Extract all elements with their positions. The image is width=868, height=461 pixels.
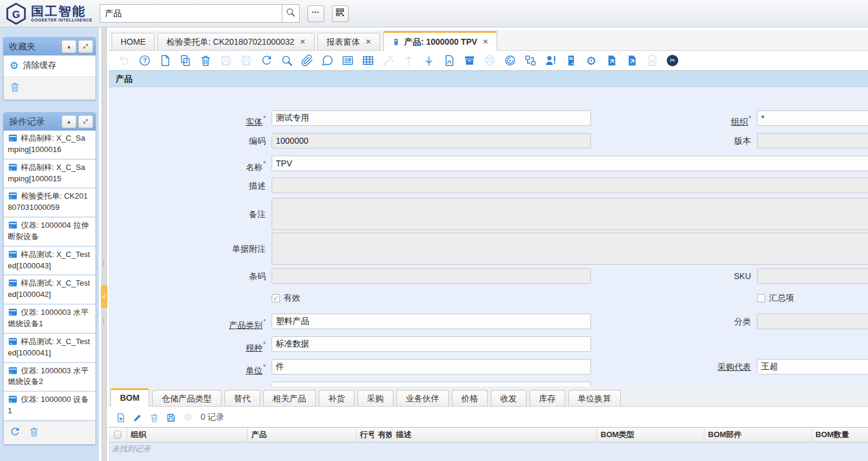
detail-tab-1[interactable]: 仓储产品类型 (152, 390, 221, 406)
toolbar-archive-button[interactable] (463, 54, 476, 67)
import-doc-icon (626, 54, 638, 67)
history-item[interactable]: 仪器: 1000003 水平燃烧设备2 (4, 363, 96, 392)
search-button[interactable] (282, 4, 300, 23)
toolbar-device-button[interactable] (565, 54, 577, 67)
column-header-3[interactable]: 有效 (374, 428, 392, 442)
history-item[interactable]: 样品测试: X_C_Tested[1000042] (4, 276, 96, 305)
history-item[interactable]: 仪器: 1000000 设备1 (4, 392, 96, 421)
toolbar-person-alert-button[interactable] (544, 54, 557, 67)
field-org-input[interactable] (757, 110, 868, 126)
toolbar-help-button[interactable]: ? (138, 54, 151, 67)
column-header-0[interactable]: 组织 (127, 428, 248, 442)
field-remark-input (272, 198, 868, 230)
field-doc-note-input (272, 233, 868, 265)
detail-tab-7[interactable]: 价格 (452, 390, 488, 406)
detail-edit-button[interactable] (133, 413, 143, 423)
valid-checkbox[interactable]: ✓ 有效 (272, 293, 300, 303)
toolbar-no-scissors-button[interactable]: ✂ (666, 54, 679, 67)
close-icon[interactable]: ✕ (482, 34, 488, 50)
main-tab-0[interactable]: HOME (112, 33, 155, 50)
more-button[interactable] (307, 5, 324, 22)
sidebar-splitter[interactable]: ••• ••• (99, 27, 109, 461)
history-item[interactable]: 样品测试: X_C_Tested[1000041] (4, 334, 96, 363)
field-purchase-rep-input[interactable] (757, 359, 868, 375)
toolbar-grid-button[interactable] (362, 54, 374, 67)
field-entity-input[interactable] (272, 110, 591, 126)
history-item[interactable]: 检验委托单: CK201807031000059 (4, 188, 96, 218)
field-tax-input[interactable] (272, 336, 591, 352)
history-item[interactable]: 样品制样: X_C_Samping[1000016 (4, 131, 96, 160)
column-header-6[interactable]: BOM部件 (704, 428, 812, 442)
main-tab-2[interactable]: 报表窗体✕ (318, 33, 380, 50)
toolbar-trash-button[interactable] (199, 54, 212, 67)
toolbar-pdf-button[interactable] (443, 54, 455, 67)
toolbar-search-button[interactable] (281, 54, 293, 67)
field-version-label: 版本 (634, 133, 751, 148)
toolbar-import-doc-button[interactable] (626, 54, 638, 67)
close-icon[interactable]: ✕ (300, 34, 306, 50)
detail-tab-2[interactable]: 替代 (224, 390, 260, 406)
summary-checkbox[interactable]: 汇总项 (757, 293, 794, 303)
toolbar-export-doc-button[interactable] (605, 54, 618, 67)
select-all-checkbox[interactable] (109, 428, 127, 442)
history-item[interactable]: 仪器: 1000004 拉伸断裂设备 (4, 218, 96, 247)
column-header-2[interactable]: 行号 (356, 428, 374, 442)
detail-tab-6[interactable]: 业务伙伴 (396, 390, 449, 406)
favorites-collapse-button[interactable]: ▲ (61, 40, 76, 53)
field-category-input[interactable] (272, 314, 591, 329)
favorites-item-clear-cache[interactable]: ⚙ 清除缓存 (4, 55, 96, 76)
history-item[interactable]: 仪器: 1000003 水平燃烧设备1 (4, 305, 96, 334)
toolbar-gear-button[interactable]: ⚙ (585, 54, 598, 67)
toolbar-comment-button[interactable] (321, 54, 334, 67)
toolbar-refresh-button[interactable] (260, 54, 273, 67)
toolbar-copy-button[interactable] (179, 54, 192, 67)
column-header-7[interactable]: BOM数量 (812, 428, 868, 442)
detail-tab-3[interactable]: 相关产品 (263, 390, 316, 406)
card-icon (8, 220, 18, 228)
clipped-field-input[interactable] (272, 382, 591, 386)
splitter-collapse-handle[interactable] (101, 285, 107, 308)
history-collapse-button[interactable]: ▲ (61, 115, 76, 128)
field-purchase-rep-label[interactable]: 采购代表 (634, 359, 751, 375)
history-item[interactable]: 样品测试: X_C_Tested[1000043] (4, 247, 96, 276)
toolbar-attachment-button[interactable] (301, 54, 313, 67)
global-search-input[interactable] (100, 4, 282, 23)
field-entity-label[interactable]: 实体* (109, 110, 266, 129)
column-header-5[interactable]: BOM类型 (597, 428, 704, 442)
detail-tab-5[interactable]: 采购 (358, 390, 393, 406)
splitter-bar[interactable] (101, 27, 107, 461)
column-header-1[interactable]: 产品 (248, 428, 356, 442)
favorites-expand-button[interactable] (78, 40, 93, 53)
close-icon[interactable]: ✕ (365, 34, 371, 50)
main-tab-3[interactable]: 产品: 1000000 TPV✕ (383, 31, 497, 51)
detail-tab-0[interactable]: BOM (110, 388, 149, 407)
history-trash-button[interactable] (29, 426, 39, 440)
favorites-trash-button[interactable] (10, 82, 20, 95)
checkbox-icon: ✓ (272, 294, 280, 302)
column-header-4[interactable]: 描述 (392, 428, 597, 442)
toolbar-download-button[interactable] (423, 54, 435, 67)
field-tax-label[interactable]: 税种* (109, 336, 266, 355)
qr-button[interactable] (332, 5, 349, 22)
history-refresh-button[interactable] (10, 426, 20, 440)
field-unit-label[interactable]: 单位* (109, 359, 266, 378)
toolbar-target-button[interactable] (504, 54, 516, 67)
field-name-input[interactable] (272, 156, 868, 171)
history-expand-button[interactable] (78, 115, 93, 128)
field-org-label[interactable]: 组织* (634, 110, 751, 129)
detail-tab-10[interactable]: 单位换算 (568, 390, 621, 406)
field-category-label[interactable]: 产品类别* (109, 314, 266, 333)
toolbar-new-doc-button[interactable] (159, 54, 171, 67)
detail-tab-4[interactable]: 补货 (319, 390, 355, 406)
detail-save-disk-button[interactable] (166, 413, 176, 423)
toolbar-workflow-button[interactable] (524, 54, 537, 67)
detail-trash-button[interactable] (149, 413, 159, 423)
detail-add-record-button[interactable] (116, 413, 126, 423)
card-icon (8, 133, 18, 141)
history-item[interactable]: 样品制样: X_C_Samping[1000015 (4, 160, 96, 189)
toolbar-report-button[interactable] (341, 54, 354, 67)
field-unit-input[interactable] (272, 359, 591, 375)
main-tab-1[interactable]: 检验委托单: CK201807021000032✕ (158, 33, 315, 50)
detail-tab-8[interactable]: 收发 (491, 390, 527, 406)
detail-tab-9[interactable]: 库存 (530, 390, 565, 406)
